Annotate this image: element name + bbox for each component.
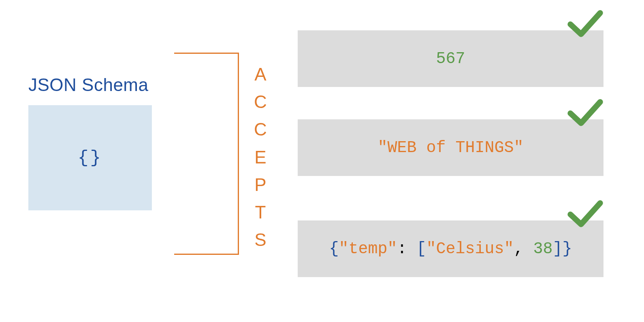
example-value: 567 <box>436 50 465 68</box>
json-colon: : <box>397 240 416 258</box>
example-value: "WEB of THINGS" <box>377 139 523 157</box>
json-string: "Celsius" <box>426 240 514 258</box>
accepts-letter: A <box>252 61 270 88</box>
json-key: "temp" <box>339 240 397 258</box>
json-bracket-open: [ <box>416 240 426 258</box>
check-icon <box>567 200 603 229</box>
json-brace-open: { <box>329 240 339 258</box>
check-icon <box>567 99 603 127</box>
schema-box: {} <box>28 105 152 210</box>
bracket-icon <box>174 53 239 255</box>
example-value: {"temp": ["Celsius", 38]} <box>329 240 572 258</box>
json-brace-close: } <box>563 240 572 258</box>
example-box-string: "WEB of THINGS" <box>298 119 603 176</box>
schema-content: {} <box>78 148 102 168</box>
json-number: 38 <box>533 240 553 258</box>
example-box-object: {"temp": ["Celsius", 38]} <box>298 220 603 277</box>
example-box-number: 567 <box>298 30 603 87</box>
accepts-letter: P <box>252 171 270 199</box>
accepts-letter: C <box>252 88 270 116</box>
accepts-letter: E <box>252 144 270 171</box>
json-bracket-close: ] <box>553 240 563 258</box>
json-comma: , <box>514 240 533 258</box>
accepts-letter: C <box>252 116 270 143</box>
accepts-label: A C C E P T S <box>252 61 270 254</box>
check-icon <box>567 10 603 38</box>
accepts-letter: S <box>252 226 270 254</box>
accepts-letter: T <box>252 199 270 226</box>
schema-title: JSON Schema <box>28 75 148 95</box>
